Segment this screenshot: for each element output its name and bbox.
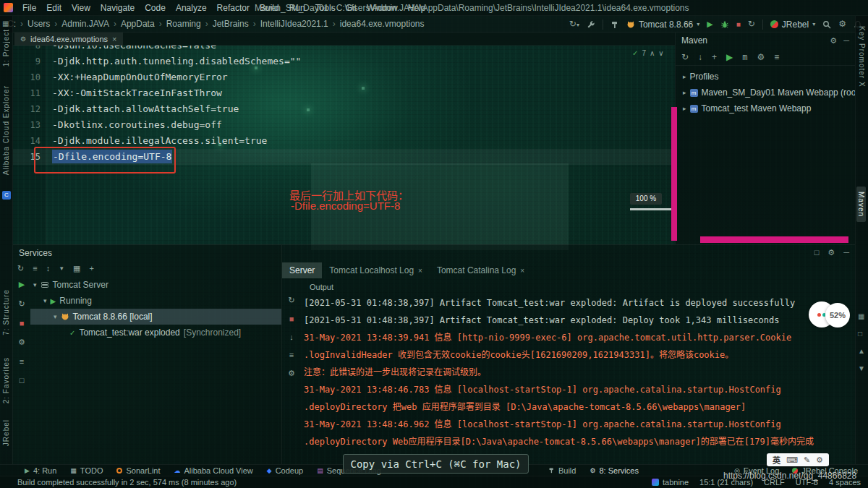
tab-tomcat-localhost-log[interactable]: Tomcat Localhost Log×	[322, 262, 430, 278]
close-icon[interactable]: ×	[418, 267, 422, 275]
run-maven-goal-icon[interactable]: ▶	[726, 52, 733, 62]
add-maven-project-icon[interactable]: +	[712, 52, 717, 62]
breadcrumb-item[interactable]: JetBrains	[213, 19, 260, 29]
execute-maven-goal-icon[interactable]: m	[742, 52, 747, 62]
tree-item-running[interactable]: ▾ ▶ Running	[30, 293, 281, 309]
tool-button-alibaba-cloud-explorer[interactable]: Alibaba Cloud Explorer	[2, 85, 10, 175]
hide-panel-icon[interactable]: ─	[843, 36, 849, 45]
code-line[interactable]: 10-XX:+HeapDumpOnOutOfMemoryError	[13, 69, 675, 85]
maven-tree-item-project[interactable]: ▸ m Tomcat_test Maven Webapp	[676, 100, 855, 116]
restart-button[interactable]: ↻	[748, 16, 755, 33]
code-line[interactable]: 12-Djdk.attach.allowAttachSelf=true	[13, 101, 675, 117]
tool-button-structure[interactable]: 7: Structure	[2, 289, 10, 335]
expand-collapse-icon[interactable]: ↕	[46, 264, 51, 273]
ime-bar[interactable]: 英 ⌨ ✎ ⚙	[767, 453, 829, 466]
stop-icon[interactable]: ■	[289, 314, 294, 323]
debug-button[interactable]	[720, 20, 729, 29]
code-line[interactable]: 9-Djdk.http.auth.tunneling.disabledSchem…	[13, 53, 675, 69]
console-settings-icon[interactable]: ⚙	[288, 369, 295, 378]
maven-tree-item-profiles[interactable]: ▸ Profiles	[676, 69, 855, 85]
hide-panel-icon[interactable]: ─	[843, 248, 849, 257]
service-list-icon[interactable]: ≡	[20, 357, 24, 366]
wrench-icon[interactable]	[587, 20, 595, 29]
run-configuration-select[interactable]: Tomcat 8.8.66 ▾	[626, 20, 699, 30]
keyboard-icon[interactable]: ⌨	[786, 455, 798, 465]
menu-refactor[interactable]: Refactor	[212, 0, 255, 16]
tab-server[interactable]: Server	[282, 262, 322, 278]
stripe-icon[interactable]: ▲	[858, 347, 865, 355]
settings-gear-icon[interactable]: ⚙	[838, 16, 846, 33]
tab-tomcat-catalina-log[interactable]: Tomcat Catalina Log×	[430, 262, 532, 278]
tabnine-widget[interactable]: tabnine	[652, 478, 689, 487]
tool-button-favorites[interactable]: 2: Favorites	[2, 357, 10, 403]
tool-button-run[interactable]: ▶4: Run	[25, 466, 56, 475]
service-settings-icon[interactable]: ⚙	[18, 338, 25, 347]
code-area[interactable]: 8-Dsun.io.useCanonCaches=false 9-Djdk.ht…	[13, 46, 675, 244]
stripe-icon[interactable]: ▼	[858, 364, 865, 372]
stripe-icon[interactable]: ▦	[2, 20, 9, 27]
menu-edit[interactable]: Edit	[41, 0, 67, 16]
maven-tree-item-project[interactable]: ▸ m Maven_SM_Day01 Maven Webapp (roo	[676, 85, 855, 100]
tree-item-artifact[interactable]: ✓ Tomcat_test:war exploded [Synchronized…	[30, 325, 281, 341]
search-icon[interactable]	[822, 20, 831, 29]
maven-settings-icon[interactable]: ⚙	[757, 52, 765, 62]
filter-icon[interactable]: ▼	[59, 265, 64, 272]
download-sources-icon[interactable]: ↓	[698, 52, 702, 62]
stop-service-icon[interactable]: ■	[20, 319, 25, 328]
jrebel-select[interactable]: JRebel ▾	[770, 20, 815, 30]
float-mode-icon[interactable]: □	[814, 248, 820, 257]
stripe-icon[interactable]: ▦	[858, 312, 864, 320]
service-frame-icon[interactable]: □	[20, 376, 25, 385]
inspection-widget[interactable]: ✓ 7 ∧ ∨	[632, 49, 664, 57]
breadcrumb-item[interactable]: IntelliJIdea2021.1	[260, 19, 340, 29]
start-service-icon[interactable]: ▶	[19, 280, 25, 289]
tool-button-maven[interactable]: Maven	[856, 187, 866, 222]
ime-language-toggle[interactable]: 英	[773, 454, 780, 466]
tool-button-alibaba-cloud-view[interactable]: ☁Alibaba Cloud View	[174, 466, 253, 475]
restart-service-icon[interactable]: ↻	[18, 299, 25, 309]
tool-button-todo[interactable]: ▦TODO	[70, 466, 103, 475]
ime-settings-icon[interactable]: ⚙	[816, 455, 823, 465]
hammer-build-icon[interactable]	[610, 20, 619, 29]
stripe-icon[interactable]: □	[858, 330, 862, 338]
reload-maven-icon[interactable]: ↻	[681, 52, 689, 62]
breadcrumb-item[interactable]: Roaming	[166, 19, 213, 29]
codeup-stripe-icon[interactable]: C	[2, 191, 11, 200]
settings-gear-icon[interactable]: ⚙	[827, 248, 835, 257]
breadcrumb-item[interactable]: AppData	[121, 19, 166, 29]
chevron-down-icon[interactable]: ▾	[43, 297, 47, 304]
tool-button-project[interactable]: 1: Project	[2, 29, 10, 67]
menu-view[interactable]: View	[67, 0, 95, 16]
pen-icon[interactable]: ✎	[804, 455, 810, 465]
breadcrumb-item[interactable]: Users	[27, 19, 61, 29]
soft-wrap-icon[interactable]: ≡	[289, 351, 294, 359]
menu-file[interactable]: File	[17, 0, 41, 16]
performance-percent-widget[interactable]: 52%	[825, 303, 850, 328]
collapse-all-icon[interactable]: ≡	[774, 52, 779, 62]
run-button[interactable]: ▶	[707, 20, 712, 29]
menu-code[interactable]: Code	[140, 0, 171, 16]
code-line[interactable]: 8-Dsun.io.useCanonCaches=false	[13, 46, 675, 53]
menu-analyze[interactable]: Analyze	[171, 0, 212, 16]
chevron-right-icon[interactable]: ▸	[683, 105, 686, 112]
prev-problem-icon[interactable]: ∧	[650, 49, 655, 57]
tree-item-tomcat-config[interactable]: ▾ Tomcat 8.8.66 [local]	[30, 309, 281, 325]
breadcrumb-item-current[interactable]: idea64.exe.vmoptions	[340, 19, 425, 29]
settings-gear-icon[interactable]: ⚙	[830, 36, 837, 46]
tool-button-codeup[interactable]: ◆Codeup	[267, 466, 303, 475]
group-icon[interactable]: ▦	[73, 264, 80, 273]
update-project-icon[interactable]: ↻▾	[569, 16, 579, 33]
chevron-down-icon[interactable]: ▾	[54, 313, 57, 320]
add-service-icon[interactable]: +	[89, 264, 93, 273]
stop-button[interactable]: ■	[736, 20, 741, 28]
rerun-icon[interactable]: ↻	[288, 296, 294, 305]
editor-tab[interactable]: ⚙ idea64.exe.vmoptions ×	[14, 33, 123, 46]
tool-button-key-promoter[interactable]: Key Promoter X	[858, 26, 866, 87]
refresh-icon[interactable]: ↻	[17, 264, 24, 273]
tree-item-tomcat-server[interactable]: ▾ Tomcat Server	[30, 277, 281, 293]
tool-button-jrebel[interactable]: JRebel	[2, 419, 10, 446]
code-line[interactable]: 13-Dkotlinx.coroutines.debug=off	[13, 117, 675, 133]
next-problem-icon[interactable]: ∨	[658, 49, 663, 57]
close-icon[interactable]: ×	[520, 267, 524, 275]
tool-button-services[interactable]: ⚙8: Services	[590, 466, 639, 475]
